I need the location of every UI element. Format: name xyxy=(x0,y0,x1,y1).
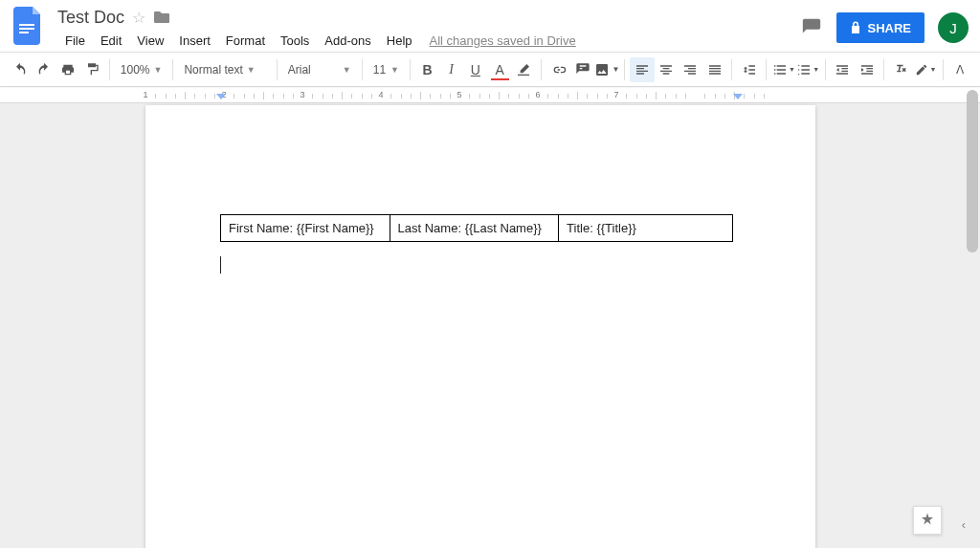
bold-icon[interactable]: B xyxy=(415,57,439,82)
scroll-thumb[interactable] xyxy=(967,90,978,252)
text-cursor xyxy=(220,256,221,274)
align-center-icon[interactable] xyxy=(655,57,679,82)
header-actions: SHARE J xyxy=(800,7,969,43)
comment-icon[interactable] xyxy=(570,57,594,82)
style-value: Normal text xyxy=(184,63,242,77)
svg-rect-2 xyxy=(19,32,29,33)
table-row[interactable]: First Name: {{First Name}} Last Name: {{… xyxy=(221,215,733,242)
paragraph-style-select[interactable]: Normal text▼ xyxy=(178,57,271,82)
clear-format-icon[interactable] xyxy=(889,57,913,82)
link-icon[interactable] xyxy=(546,57,570,82)
bulleted-list-icon[interactable]: ▼ xyxy=(796,57,820,82)
share-button[interactable]: SHARE xyxy=(836,12,924,43)
explore-button[interactable] xyxy=(913,506,942,535)
italic-icon[interactable]: I xyxy=(439,57,463,82)
formatting-toolbar: 100%▼ Normal text▼ Arial▼ 11▼ B I U A ▼ … xyxy=(0,53,980,87)
table-cell[interactable]: Title: {{Title}} xyxy=(559,215,733,242)
zoom-value: 100% xyxy=(121,63,150,77)
svg-rect-0 xyxy=(19,24,34,26)
table-cell[interactable]: First Name: {{First Name}} xyxy=(221,215,390,242)
share-label: SHARE xyxy=(867,21,911,35)
table-cell[interactable]: Last Name: {{Last Name}} xyxy=(390,215,559,242)
menu-bar: File Edit View Insert Format Tools Add-o… xyxy=(57,30,800,51)
font-value: Arial xyxy=(288,63,311,77)
menu-insert[interactable]: Insert xyxy=(171,32,218,50)
menu-addons[interactable]: Add-ons xyxy=(317,32,378,50)
undo-icon[interactable] xyxy=(8,57,32,82)
docs-logo[interactable] xyxy=(10,7,48,45)
align-justify-icon[interactable] xyxy=(702,57,726,82)
page-content: First Name: {{First Name}} Last Name: {{… xyxy=(220,214,733,242)
menu-edit[interactable]: Edit xyxy=(93,32,129,50)
content-table[interactable]: First Name: {{First Name}} Last Name: {{… xyxy=(220,214,733,242)
menu-tools[interactable]: Tools xyxy=(273,32,317,50)
decrease-indent-icon[interactable] xyxy=(831,57,855,82)
zoom-select[interactable]: 100%▼ xyxy=(115,57,168,82)
highlight-icon[interactable] xyxy=(512,57,536,82)
menu-format[interactable]: Format xyxy=(218,32,273,50)
menu-file[interactable]: File xyxy=(57,32,93,50)
comments-icon[interactable] xyxy=(800,16,823,39)
image-icon[interactable]: ▼ xyxy=(594,57,619,82)
paint-format-icon[interactable] xyxy=(80,57,104,82)
vertical-scrollbar[interactable] xyxy=(967,90,978,542)
svg-rect-1 xyxy=(19,28,34,30)
editing-mode-icon[interactable]: ▼ xyxy=(913,57,937,82)
align-right-icon[interactable] xyxy=(679,57,702,82)
lock-icon xyxy=(850,21,861,34)
document-page[interactable]: First Name: {{First Name}} Last Name: {{… xyxy=(145,105,815,548)
star-icon[interactable]: ☆ xyxy=(132,9,145,27)
redo-icon[interactable] xyxy=(32,57,56,82)
title-area: Test Doc ☆ File Edit View Insert Format … xyxy=(57,7,800,51)
save-status[interactable]: All changes saved in Drive xyxy=(430,33,576,48)
font-size-select[interactable]: 11▼ xyxy=(368,57,405,82)
avatar-letter: J xyxy=(949,20,957,36)
horizontal-ruler[interactable]: 1234567 xyxy=(0,88,980,103)
user-avatar[interactable]: J xyxy=(938,12,969,43)
app-header: Test Doc ☆ File Edit View Insert Format … xyxy=(0,0,980,53)
workspace: 1234567 First Name: {{First Name}} Last … xyxy=(0,88,980,548)
line-spacing-icon[interactable] xyxy=(737,57,761,82)
menu-help[interactable]: Help xyxy=(379,32,420,50)
collapse-toolbar-icon[interactable]: ᐱ xyxy=(948,57,972,82)
size-value: 11 xyxy=(373,63,386,77)
menu-view[interactable]: View xyxy=(129,32,171,50)
text-color-icon[interactable]: A xyxy=(488,57,512,82)
font-select[interactable]: Arial▼ xyxy=(282,57,357,82)
numbered-list-icon[interactable]: ▼ xyxy=(771,57,795,82)
underline-icon[interactable]: U xyxy=(463,57,487,82)
chevron-left-icon[interactable]: ‹ xyxy=(953,514,974,535)
document-title[interactable]: Test Doc xyxy=(57,8,124,28)
increase-indent-icon[interactable] xyxy=(855,57,879,82)
align-left-icon[interactable] xyxy=(630,57,654,82)
print-icon[interactable] xyxy=(56,57,79,82)
folder-icon[interactable] xyxy=(153,10,170,25)
